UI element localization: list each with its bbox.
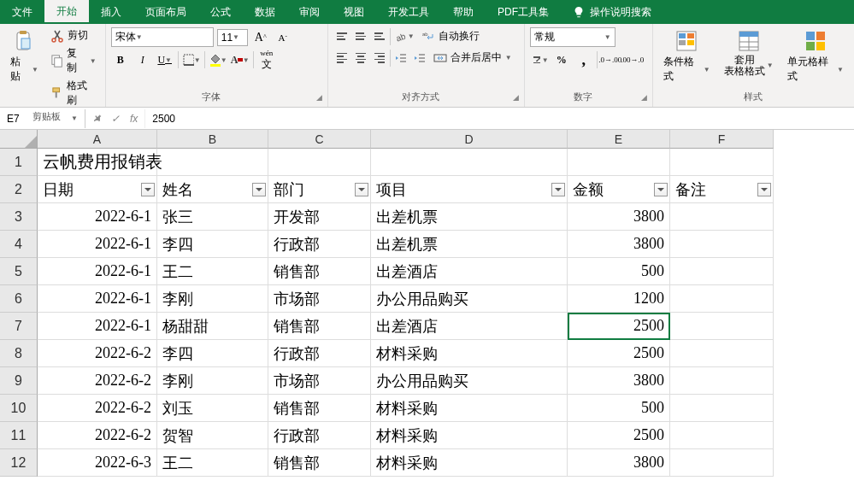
row-header-3[interactable]: 3 [0,203,38,231]
row-header-1[interactable]: 1 [0,149,38,176]
cell-D4[interactable]: 出差机票 [371,231,568,258]
cell-F2[interactable]: 备注 [670,176,774,203]
number-format-combo[interactable]: 常规▼ [530,27,615,47]
menu-view[interactable]: 视图 [332,0,376,24]
cell-F9[interactable] [670,367,774,395]
cell-F6[interactable] [670,285,774,313]
cut-button[interactable]: 剪切 [47,27,100,44]
select-all-corner[interactable] [0,130,38,149]
font-color-button[interactable]: A▼ [231,50,250,69]
cell-C4[interactable]: 行政部 [268,231,371,258]
cell-D10[interactable]: 材料采购 [371,395,568,422]
cell-A3[interactable]: 2022-6-1 [38,203,157,231]
cancel-formula-button[interactable]: ✕ [92,113,101,125]
cell-F8[interactable] [670,340,774,367]
cell-E9[interactable]: 3800 [568,367,670,395]
row-header-11[interactable]: 11 [0,422,38,449]
align-right-button[interactable] [371,50,388,66]
comma-button[interactable]: , [574,50,593,69]
font-name-combo[interactable]: 宋体▼ [111,27,214,47]
cell-D8[interactable]: 材料采购 [371,340,568,367]
formula-input[interactable]: 2500 [144,109,854,128]
paste-button[interactable]: 粘贴▼ [5,27,44,85]
cell-A11[interactable]: 2022-6-2 [38,422,157,449]
menu-help[interactable]: 帮助 [441,0,486,24]
decrease-decimal-button[interactable]: .00→.0 [623,50,642,69]
cell-A7[interactable]: 2022-6-1 [38,313,157,340]
cell-C5[interactable]: 销售部 [268,258,371,285]
cell-D11[interactable]: 材料采购 [371,422,568,449]
cell-C1[interactable] [268,149,371,176]
menu-developer[interactable]: 开发工具 [376,0,441,24]
cell-B4[interactable]: 李四 [157,231,268,258]
enter-formula-button[interactable]: ✓ [111,113,120,125]
row-header-7[interactable]: 7 [0,313,38,340]
menu-tell-me[interactable]: 操作说明搜索 [561,0,663,24]
align-left-button[interactable] [333,50,350,66]
row-header-4[interactable]: 4 [0,231,38,258]
cell-C9[interactable]: 市场部 [268,367,371,395]
col-header-e[interactable]: E [568,130,670,149]
cell-B2[interactable]: 姓名 [157,176,268,203]
cell-F12[interactable] [670,449,774,477]
cell-C7[interactable]: 销售部 [268,313,371,340]
menu-home[interactable]: 开始 [44,0,89,24]
cell-B3[interactable]: 张三 [157,203,268,231]
filter-button[interactable] [551,183,565,196]
cell-E1[interactable] [568,149,670,176]
col-header-f[interactable]: F [670,130,774,149]
cell-E11[interactable]: 2500 [568,422,670,449]
align-top-button[interactable] [333,29,350,44]
row-header-8[interactable]: 8 [0,340,38,367]
filter-button[interactable] [654,183,668,196]
cell-E6[interactable]: 1200 [568,285,670,313]
percent-button[interactable]: % [552,50,571,69]
cell-B10[interactable]: 刘玉 [157,395,268,422]
phonetic-guide-button[interactable]: wén文 [257,50,276,69]
cell-F5[interactable] [670,258,774,285]
cell-E3[interactable]: 3800 [568,203,670,231]
cell-D12[interactable]: 材料采购 [371,449,568,477]
border-button[interactable]: ▼ [182,50,201,69]
fill-color-button[interactable]: ▼ [209,50,227,69]
cell-A9[interactable]: 2022-6-2 [38,367,157,395]
filter-button[interactable] [141,183,155,196]
cell-A1[interactable]: 云帆费用报销表 [38,149,157,176]
cell-C12[interactable]: 销售部 [268,449,371,477]
row-header-10[interactable]: 10 [0,395,38,422]
cell-F3[interactable] [670,203,774,231]
cell-D1[interactable] [371,149,568,176]
decrease-indent-button[interactable] [392,50,409,66]
cell-E8[interactable]: 2500 [568,340,670,367]
filter-button[interactable] [252,183,266,196]
cell-A12[interactable]: 2022-6-3 [38,449,157,477]
number-dialog-launcher[interactable]: ◢ [641,93,647,102]
italic-button[interactable]: I [133,50,152,69]
cell-F11[interactable] [670,422,774,449]
row-header-6[interactable]: 6 [0,285,38,313]
cell-A8[interactable]: 2022-6-2 [38,340,157,367]
conditional-formatting-button[interactable]: 条件格式▼ [658,27,716,85]
cell-E5[interactable]: 500 [568,258,670,285]
increase-font-button[interactable]: A^ [251,28,270,47]
menu-review[interactable]: 审阅 [287,0,332,24]
cell-B6[interactable]: 李刚 [157,285,268,313]
cell-B1[interactable] [157,149,268,176]
row-header-12[interactable]: 12 [0,449,38,477]
cell-E10[interactable]: 500 [568,395,670,422]
cell-F7[interactable] [670,313,774,340]
cell-A10[interactable]: 2022-6-2 [38,395,157,422]
align-bottom-button[interactable] [371,29,388,44]
col-header-c[interactable]: C [268,130,371,149]
menu-file[interactable]: 文件 [0,0,44,24]
wrap-text-button[interactable]: ab自动换行 [418,27,483,45]
menu-page-layout[interactable]: 页面布局 [133,0,198,24]
cell-A6[interactable]: 2022-6-1 [38,285,157,313]
filter-button[interactable] [355,183,368,196]
increase-decimal-button[interactable]: .0→.00 [601,50,620,69]
merge-center-button[interactable]: 合并后居中▼ [430,49,515,67]
cell-B11[interactable]: 贺智 [157,422,268,449]
cell-B5[interactable]: 王二 [157,258,268,285]
cell-C6[interactable]: 市场部 [268,285,371,313]
row-header-5[interactable]: 5 [0,258,38,285]
